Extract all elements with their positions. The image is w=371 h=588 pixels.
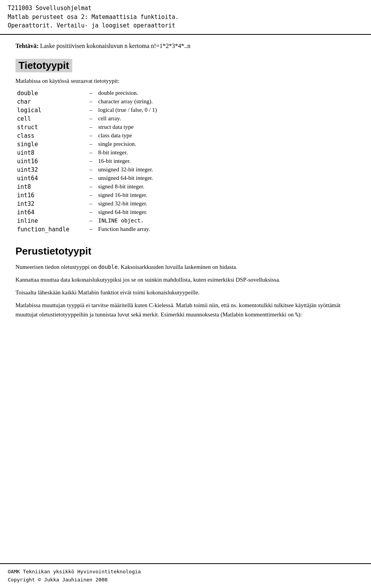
type-name-cell: single: [15, 140, 85, 149]
type-dash-cell: –: [85, 183, 97, 191]
para4: Matlabissa muuttujan tyyppiä ei tarvitse…: [15, 301, 356, 319]
task-label: Tehtävä:: [15, 43, 39, 49]
para3: Toisaalta läheskään kaikki Matlabin funk…: [15, 288, 356, 297]
type-row: int64–signed 64-bit integer.: [15, 208, 356, 217]
type-name-cell: int8: [15, 183, 85, 191]
type-dash-cell: –: [85, 200, 97, 208]
type-name-cell: int64: [15, 208, 85, 217]
type-dash-cell: –: [85, 115, 97, 123]
type-desc-cell: Function handle array.: [97, 225, 356, 234]
task-section: Tehtävä: Laske positiivisen kokonaisluvu…: [15, 43, 356, 50]
type-desc-cell: signed 16-bit integer.: [97, 191, 356, 200]
type-dash-cell: –: [85, 225, 97, 234]
type-name-cell: class: [15, 132, 85, 140]
type-row: function_handle–Function handle array.: [15, 225, 356, 234]
para1-suffix: . Kaksoisarkkuuden luvuilla laskeminen o…: [118, 264, 238, 270]
type-name-cell: int32: [15, 200, 85, 208]
type-name-cell: uint64: [15, 174, 85, 183]
type-desc-cell: INLINE object.: [97, 217, 356, 225]
type-row: logical–logical (true / false, 0 / 1): [15, 106, 356, 115]
para1-mono: double: [98, 264, 118, 270]
type-row: class–class data type: [15, 132, 356, 140]
type-dash-cell: –: [85, 123, 97, 132]
type-name-cell: logical: [15, 106, 85, 115]
section1-heading: Tietotyypit: [15, 59, 72, 72]
type-name-cell: function_handle: [15, 225, 85, 234]
type-desc-cell: signed 32-bit integer.: [97, 200, 356, 208]
type-name-cell: inline: [15, 217, 85, 225]
type-name-cell: cell: [15, 115, 85, 123]
main-content: Tehtävä: Laske positiivisen kokonaisluvu…: [0, 35, 371, 564]
type-desc-cell: unsigned 64-bit integer.: [97, 174, 356, 183]
header-line1: T211003 Sovellusohjelmat: [8, 4, 363, 13]
section2-heading: Perustietotyypit: [15, 245, 356, 257]
type-row: cell–cell array.: [15, 115, 356, 123]
type-dash-cell: –: [85, 191, 97, 200]
type-dash-cell: –: [85, 208, 97, 217]
type-dash-cell: –: [85, 174, 97, 183]
type-name-cell: double: [15, 89, 85, 97]
para1-prefix: Numeerisen tiedon oletustyyppi on: [15, 264, 98, 270]
type-row: char–character array (string).: [15, 97, 356, 106]
footer-section: OAMK Tekniikan yksikkö Hyvinvointiteknol…: [0, 563, 371, 588]
type-dash-cell: –: [85, 89, 97, 97]
type-dash-cell: –: [85, 106, 97, 115]
type-dash-cell: –: [85, 157, 97, 166]
type-row: double–double precision.: [15, 89, 356, 97]
type-row: struct–struct data type: [15, 123, 356, 132]
type-row: int16–signed 16-bit integer.: [15, 191, 356, 200]
section1-intro: Matlabissa on käytössä seuraavat tietoty…: [15, 78, 356, 84]
para4-mono: %: [295, 311, 298, 318]
header-line2: Matlab perusteet osa 2: Matemaattisia fu…: [8, 13, 363, 22]
type-desc-cell: class data type: [97, 132, 356, 140]
footer-line2: Copyright © Jukka Jauhiainen 2008: [8, 576, 363, 584]
type-desc-cell: signed 8-bit integer.: [97, 183, 356, 191]
type-dash-cell: –: [85, 97, 97, 106]
type-dash-cell: –: [85, 217, 97, 225]
type-name-cell: char: [15, 97, 85, 106]
type-name-cell: struct: [15, 123, 85, 132]
para2: Kannattaa muuttaa data kokonaislukutyypi…: [15, 275, 356, 284]
type-dash-cell: –: [85, 140, 97, 149]
type-desc-cell: unsigned 32-bit integer.: [97, 166, 356, 174]
type-dash-cell: –: [85, 149, 97, 157]
para4-suffix: ):: [298, 311, 302, 318]
type-row: uint32–unsigned 32-bit integer.: [15, 166, 356, 174]
type-table: double–double precision.char–character a…: [15, 89, 356, 234]
type-desc-cell: character array (string).: [97, 97, 356, 106]
para1: Numeerisen tiedon oletustyyppi on double…: [15, 263, 356, 272]
type-dash-cell: –: [85, 132, 97, 140]
type-row: int32–signed 32-bit integer.: [15, 200, 356, 208]
type-row: uint64–unsigned 64-bit integer.: [15, 174, 356, 183]
type-name-cell: int16: [15, 191, 85, 200]
type-desc-cell: 16-bit integer.: [97, 157, 356, 166]
type-name-cell: uint32: [15, 166, 85, 174]
type-desc-cell: signed 64-bit integer.: [97, 208, 356, 217]
type-row: inline–INLINE object.: [15, 217, 356, 225]
header-section: T211003 Sovellusohjelmat Matlab perustee…: [0, 0, 371, 35]
section1: Tietotyypit Matlabissa on käytössä seura…: [15, 59, 356, 234]
type-row: single–single precision.: [15, 140, 356, 149]
type-row: uint8–8-bit integer.: [15, 149, 356, 157]
type-dash-cell: –: [85, 166, 97, 174]
page-container: T211003 Sovellusohjelmat Matlab perustee…: [0, 0, 371, 588]
type-row: uint16–16-bit integer.: [15, 157, 356, 166]
header-line3: Operaattorit. Vertailu- ja loogiset oper…: [8, 21, 363, 30]
type-row: int8–signed 8-bit integer.: [15, 183, 356, 191]
type-desc-cell: cell array.: [97, 115, 356, 123]
type-desc-cell: struct data type: [97, 123, 356, 132]
section2: Perustietotyypit Numeerisen tiedon oletu…: [15, 245, 356, 319]
type-desc-cell: logical (true / false, 0 / 1): [97, 106, 356, 115]
type-desc-cell: double precision.: [97, 89, 356, 97]
type-name-cell: uint16: [15, 157, 85, 166]
type-desc-cell: 8-bit integer.: [97, 149, 356, 157]
type-name-cell: uint8: [15, 149, 85, 157]
para4-text: Matlabissa muuttujan tyyppiä ei tarvitse…: [15, 302, 340, 317]
type-desc-cell: single precision.: [97, 140, 356, 149]
footer-line1: OAMK Tekniikan yksikkö Hyvinvointiteknol…: [8, 568, 363, 576]
task-text: Laske positiivisen kokonaisluvun n kerto…: [39, 43, 191, 49]
